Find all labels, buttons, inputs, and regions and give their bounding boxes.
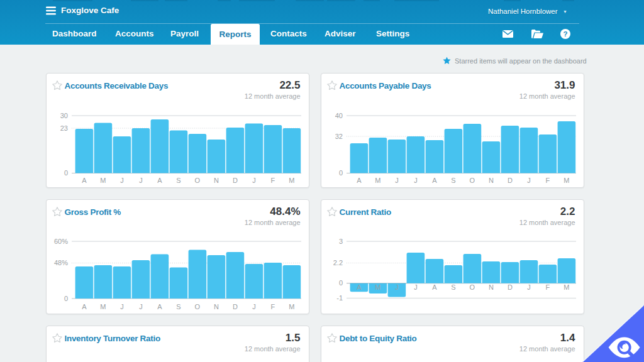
svg-text:D: D bbox=[508, 283, 513, 291]
svg-text:F: F bbox=[546, 283, 550, 291]
svg-text:2.2: 2.2 bbox=[333, 259, 343, 266]
svg-text:0: 0 bbox=[339, 279, 343, 287]
svg-text:J: J bbox=[527, 283, 531, 291]
svg-text:48%: 48% bbox=[54, 259, 68, 266]
svg-text:M: M bbox=[564, 283, 569, 291]
svg-text:S: S bbox=[176, 177, 180, 184]
svg-text:M: M bbox=[100, 177, 106, 184]
svg-text:23: 23 bbox=[60, 124, 68, 132]
svg-text:M: M bbox=[289, 177, 294, 184]
svg-text:S: S bbox=[451, 283, 455, 291]
svg-text:A: A bbox=[82, 303, 87, 310]
svg-text:-1: -1 bbox=[336, 294, 343, 302]
svg-text:0: 0 bbox=[339, 169, 343, 177]
svg-text:O: O bbox=[470, 283, 475, 291]
svg-text:?: ? bbox=[563, 30, 567, 38]
svg-text:60%: 60% bbox=[54, 238, 68, 245]
svg-text:J: J bbox=[395, 177, 399, 184]
svg-text:0: 0 bbox=[64, 295, 68, 302]
svg-text:D: D bbox=[508, 177, 513, 184]
svg-text:F: F bbox=[546, 177, 550, 184]
svg-text:N: N bbox=[214, 303, 219, 310]
svg-text:N: N bbox=[214, 177, 219, 184]
svg-text:A: A bbox=[432, 283, 437, 291]
svg-text:0: 0 bbox=[64, 169, 68, 177]
svg-text:M: M bbox=[100, 303, 106, 310]
svg-text:D: D bbox=[233, 177, 238, 184]
svg-text:A: A bbox=[357, 177, 362, 184]
svg-text:M: M bbox=[375, 177, 380, 184]
svg-text:N: N bbox=[489, 177, 494, 184]
svg-text:J: J bbox=[414, 283, 418, 291]
svg-text:J: J bbox=[139, 303, 143, 310]
svg-text:O: O bbox=[195, 177, 201, 184]
svg-text:F: F bbox=[271, 303, 275, 310]
svg-text:J: J bbox=[252, 303, 256, 310]
svg-text:3: 3 bbox=[339, 238, 343, 245]
svg-text:A: A bbox=[157, 303, 162, 310]
svg-text:M: M bbox=[289, 303, 294, 310]
svg-text:J: J bbox=[252, 177, 256, 184]
svg-text:F: F bbox=[271, 177, 275, 184]
svg-text:J: J bbox=[120, 303, 124, 310]
svg-text:40: 40 bbox=[335, 112, 343, 119]
svg-text:O: O bbox=[195, 303, 201, 310]
svg-text:A: A bbox=[82, 177, 87, 184]
svg-text:J: J bbox=[527, 177, 531, 184]
svg-text:32: 32 bbox=[335, 133, 343, 140]
svg-text:30: 30 bbox=[60, 112, 68, 119]
svg-text:S: S bbox=[176, 303, 180, 310]
svg-text:J: J bbox=[139, 177, 143, 184]
svg-text:M: M bbox=[564, 177, 569, 184]
svg-text:A: A bbox=[432, 177, 437, 184]
svg-text:A: A bbox=[357, 283, 362, 291]
svg-text:O: O bbox=[470, 177, 475, 184]
svg-text:A: A bbox=[157, 177, 162, 184]
svg-text:S: S bbox=[451, 177, 455, 184]
svg-text:J: J bbox=[414, 177, 418, 184]
svg-text:N: N bbox=[489, 283, 494, 291]
svg-text:M: M bbox=[375, 283, 380, 291]
svg-text:J: J bbox=[395, 283, 399, 291]
svg-text:D: D bbox=[233, 303, 238, 310]
svg-text:J: J bbox=[120, 177, 124, 184]
